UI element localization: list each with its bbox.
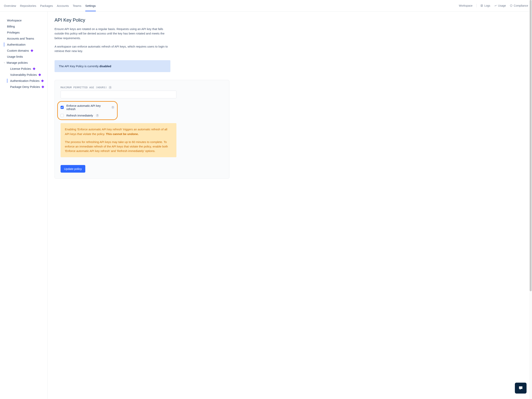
- settings-sidebar: Workspace Billing Privileges Accounts an…: [0, 12, 48, 399]
- sidebar-item-label: Vulnerability Policies: [10, 73, 37, 76]
- scrollbar[interactable]: [529, 0, 532, 399]
- page-title: API Key Policy: [55, 17, 229, 23]
- compliance-icon: [510, 4, 513, 7]
- chat-widget-button[interactable]: [515, 383, 526, 393]
- premium-diamond-icon: [38, 73, 41, 76]
- refresh-immediately-checkbox[interactable]: [61, 114, 64, 117]
- logs-label: Logs: [484, 4, 490, 7]
- sidebar-item-license-policies[interactable]: License Policies: [0, 66, 47, 72]
- premium-diamond-icon: [30, 49, 33, 52]
- banner-status: disabled: [99, 64, 111, 68]
- sidebar-item-billing[interactable]: Billing: [0, 23, 47, 29]
- nav-overview[interactable]: Overview: [4, 0, 16, 11]
- enforce-refresh-label: Enforce automatic API key refresh: [66, 104, 109, 111]
- sidebar-item-label: Authentication Policies: [10, 79, 39, 82]
- usage-label: Usage: [498, 4, 506, 7]
- compliance-link[interactable]: Compliance: [510, 4, 528, 7]
- sidebar-item-accounts-teams[interactable]: Accounts and Teams: [0, 35, 47, 41]
- max-age-input[interactable]: [61, 90, 177, 98]
- page-description-1: Ensure API keys are rotated on a regular…: [55, 27, 171, 40]
- sidebar-item-package-deny-policies[interactable]: Package Deny Policies: [0, 84, 47, 90]
- compliance-label: Compliance: [514, 4, 528, 7]
- usage-link[interactable]: Usage: [494, 4, 506, 7]
- refresh-immediately-label: Refresh immediately: [66, 114, 93, 117]
- nav-teams[interactable]: Teams: [73, 0, 81, 11]
- policy-form: MAXIMUM PERMITTED AGE (HOURS) ? Enforce …: [55, 80, 229, 179]
- divider: [476, 4, 476, 7]
- sidebar-group-label: Manage policies: [7, 61, 28, 64]
- refresh-immediately-row: Refresh immediately ?: [61, 114, 114, 117]
- enforce-refresh-row: Enforce automatic API key refresh ?: [61, 104, 114, 111]
- sidebar-item-workspace[interactable]: Workspace: [0, 17, 47, 23]
- logs-icon: [480, 4, 483, 7]
- help-icon[interactable]: ?: [109, 86, 112, 89]
- policy-status-banner: The API Key Policy is currently disabled: [55, 60, 170, 72]
- sidebar-item-label: Custom domains: [7, 49, 29, 52]
- scrollbar-thumb[interactable]: [530, 0, 532, 291]
- nav-settings[interactable]: Settings: [85, 0, 96, 11]
- page-description-2: A workspace can enforce automatic refres…: [55, 44, 171, 53]
- warning-banner: Enabling 'Enforce automatic API key refr…: [61, 123, 177, 157]
- warning-text-2: The process for refreshing API keys may …: [65, 140, 172, 153]
- field-label-text: MAXIMUM PERMITTED AGE (HOURS): [61, 86, 107, 89]
- main-content: API Key Policy Ensure API keys are rotat…: [48, 12, 236, 399]
- nav-repositories[interactable]: Repositories: [20, 0, 36, 11]
- nav-accounts[interactable]: Accounts: [57, 0, 69, 11]
- sidebar-item-label: Package Deny Policies: [10, 85, 40, 89]
- premium-diamond-icon: [32, 67, 35, 70]
- chevron-down-icon: [3, 61, 6, 64]
- sidebar-item-authentication[interactable]: Authentication: [0, 41, 47, 48]
- premium-diamond-icon: [41, 85, 44, 88]
- highlighted-options: Enforce automatic API key refresh ? Refr…: [57, 101, 118, 120]
- sidebar-group-manage-policies[interactable]: Manage policies: [0, 60, 47, 66]
- usage-icon: [494, 4, 497, 7]
- top-nav-left: Overview Repositories Packages Accounts …: [4, 0, 96, 11]
- logs-link[interactable]: Logs: [480, 4, 490, 7]
- sidebar-item-usage-limits[interactable]: Usage limits: [0, 54, 47, 60]
- top-nav: Overview Repositories Packages Accounts …: [0, 0, 532, 12]
- warning-text-1b: This cannot be undone.: [106, 132, 139, 135]
- workspace-link[interactable]: Workspace: [459, 4, 472, 7]
- max-age-label: MAXIMUM PERMITTED AGE (HOURS) ?: [61, 86, 223, 89]
- sidebar-item-custom-domains[interactable]: Custom domains: [0, 48, 47, 54]
- enforce-refresh-checkbox[interactable]: [61, 106, 64, 109]
- help-icon[interactable]: ?: [111, 106, 114, 109]
- nav-packages[interactable]: Packages: [40, 0, 53, 11]
- premium-diamond-icon: [41, 79, 44, 82]
- sidebar-item-authentication-policies[interactable]: Authentication Policies: [0, 78, 47, 84]
- sidebar-item-label: License Policies: [10, 67, 31, 70]
- help-icon[interactable]: ?: [96, 114, 99, 117]
- update-policy-button[interactable]: Update policy: [61, 165, 85, 173]
- chat-icon: [518, 386, 523, 391]
- banner-prefix: The API Key Policy is currently: [59, 64, 99, 68]
- sidebar-item-vulnerability-policies[interactable]: Vulnerability Policies: [0, 72, 47, 78]
- sidebar-item-privileges[interactable]: Privileges: [0, 29, 47, 35]
- top-nav-right: Workspace Logs Usage Compliance: [459, 4, 528, 7]
